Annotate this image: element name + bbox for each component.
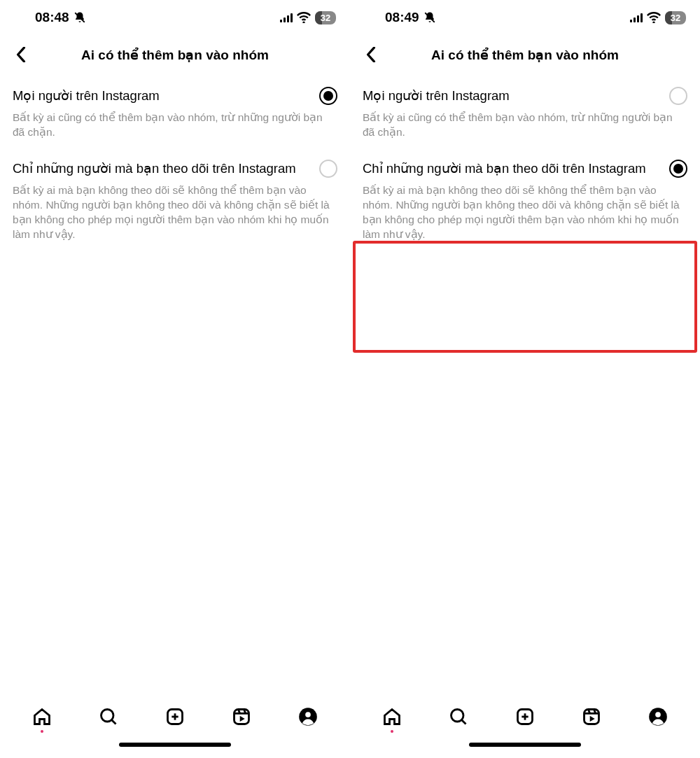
home-indicator[interactable] — [350, 738, 700, 758]
nav-create[interactable] — [163, 705, 187, 729]
option-desc: Bất kỳ ai cũng có thể thêm bạn vào nhóm,… — [363, 111, 687, 147]
nav-reels[interactable] — [230, 705, 253, 729]
battery-badge: 32 — [665, 11, 686, 24]
bottom-nav — [0, 695, 350, 738]
settings-content: Mọi người trên Instagram Bất kỳ ai cũng … — [350, 74, 700, 695]
nav-home[interactable] — [380, 705, 404, 729]
option-label: Chỉ những người mà bạn theo dõi trên Ins… — [13, 160, 304, 177]
page-title: Ai có thể thêm bạn vào nhóm — [10, 47, 340, 63]
status-time: 08:48 — [35, 10, 69, 25]
option-everyone[interactable]: Mọi người trên Instagram — [13, 74, 337, 111]
option-desc: Bất kỳ ai cũng có thể thêm bạn vào nhóm,… — [13, 111, 337, 147]
wifi-icon — [647, 12, 661, 23]
radio-unselected-icon[interactable] — [319, 160, 337, 178]
annotation-highlight-box — [353, 241, 697, 353]
option-label: Mọi người trên Instagram — [13, 87, 168, 104]
status-time: 08:49 — [385, 10, 419, 25]
cellular-signal-icon — [280, 13, 293, 22]
svg-marker-23 — [590, 716, 595, 722]
nav-search[interactable] — [97, 705, 120, 729]
page-header: Ai có thể thêm bạn vào nhóm — [0, 35, 350, 74]
phone-screen-right: 08:49 32 Ai có thể thêm bạn vào nhóm Mọi… — [350, 0, 700, 758]
nav-active-dot-icon — [41, 730, 43, 733]
phone-screen-left: 08:48 32 Ai có thể thêm bạn vào nhóm Mọi… — [0, 0, 350, 758]
svg-rect-6 — [234, 710, 249, 724]
nav-active-dot-icon — [391, 730, 393, 733]
wifi-icon — [297, 12, 311, 23]
status-bar: 08:48 32 — [0, 0, 350, 35]
nav-create[interactable] — [513, 705, 537, 729]
option-desc: Bất kỳ ai mà bạn không theo dõi sẽ không… — [363, 183, 687, 249]
svg-point-1 — [101, 710, 113, 722]
option-following-only[interactable]: Chỉ những người mà bạn theo dõi trên Ins… — [13, 147, 337, 183]
radio-selected-icon[interactable] — [669, 160, 687, 178]
nav-reels[interactable] — [580, 705, 603, 729]
page-title: Ai có thể thêm bạn vào nhóm — [360, 47, 690, 63]
settings-content: Mọi người trên Instagram Bất kỳ ai cũng … — [0, 74, 350, 695]
cellular-signal-icon — [630, 13, 643, 22]
option-everyone[interactable]: Mọi người trên Instagram — [363, 74, 687, 111]
option-desc: Bất kỳ ai mà bạn không theo dõi sẽ không… — [13, 183, 337, 249]
svg-point-25 — [655, 712, 661, 717]
radio-unselected-icon[interactable] — [669, 87, 687, 105]
svg-point-12 — [305, 712, 311, 717]
home-indicator[interactable] — [0, 738, 350, 758]
radio-selected-icon[interactable] — [319, 87, 337, 105]
nav-home[interactable] — [30, 705, 54, 729]
status-bar: 08:49 32 — [350, 0, 700, 35]
option-label: Mọi người trên Instagram — [363, 87, 518, 104]
page-header: Ai có thể thêm bạn vào nhóm — [350, 35, 700, 74]
bell-mute-icon — [424, 10, 436, 24]
svg-point-14 — [451, 710, 463, 722]
nav-profile[interactable] — [296, 705, 320, 729]
option-label: Chỉ những người mà bạn theo dõi trên Ins… — [363, 160, 654, 177]
svg-line-15 — [461, 720, 465, 724]
bottom-nav — [350, 695, 700, 738]
svg-rect-19 — [584, 710, 599, 724]
svg-line-2 — [111, 720, 115, 724]
nav-profile[interactable] — [646, 705, 670, 729]
bell-mute-icon — [74, 10, 86, 24]
svg-marker-10 — [240, 716, 245, 722]
nav-search[interactable] — [447, 705, 470, 729]
battery-badge: 32 — [315, 11, 336, 24]
option-following-only[interactable]: Chỉ những người mà bạn theo dõi trên Ins… — [363, 147, 687, 183]
